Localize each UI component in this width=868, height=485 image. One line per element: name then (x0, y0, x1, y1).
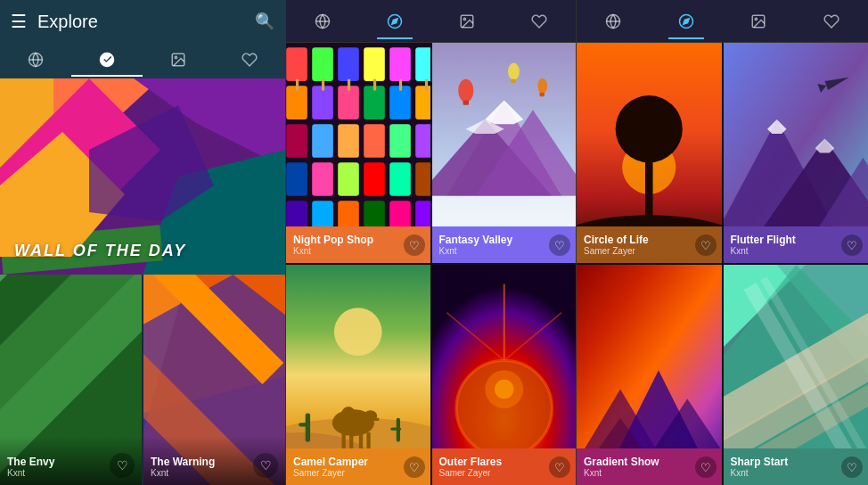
envy-heart-btn[interactable]: ♡ (110, 453, 135, 478)
svg-rect-102 (390, 428, 401, 431)
svg-point-88 (334, 308, 382, 356)
bottom-cards: The Envy Kxnt ♡ The Warning Kxnt (0, 275, 285, 485)
right-grid: Circle of Life Samer Zayer ♡ (577, 43, 868, 485)
svg-rect-99 (306, 413, 310, 441)
svg-rect-69 (322, 79, 324, 91)
app-container: ☰ Explore 🔍 (0, 0, 868, 485)
wall-of-day[interactable]: WALL OF THE DAY (0, 78, 285, 275)
svg-point-30 (463, 18, 465, 20)
grid-outer-flares[interactable]: Outer Flares Samer Zayer ♡ (432, 265, 577, 485)
svg-rect-49 (415, 124, 430, 158)
svg-point-85 (537, 78, 547, 94)
svg-rect-54 (389, 162, 411, 196)
svg-rect-38 (286, 86, 307, 119)
svg-rect-40 (338, 86, 359, 119)
svg-rect-42 (389, 86, 411, 119)
right-panel: Circle of Life Samer Zayer ♡ (577, 0, 868, 485)
middle-panel-header (286, 0, 576, 43)
svg-point-116 (756, 18, 757, 20)
svg-rect-50 (286, 162, 307, 196)
svg-rect-97 (359, 432, 363, 449)
right-nav-explore[interactable] (668, 4, 704, 39)
camel-camper-heart[interactable]: ♡ (404, 456, 425, 478)
svg-rect-84 (511, 79, 515, 83)
svg-point-81 (458, 79, 473, 103)
right-nav-heart[interactable] (814, 4, 849, 39)
menu-icon[interactable]: ☰ (11, 11, 27, 32)
nav-heart[interactable] (214, 43, 285, 77)
svg-rect-95 (341, 432, 345, 449)
svg-rect-55 (415, 162, 430, 196)
svg-rect-51 (312, 162, 333, 196)
svg-rect-35 (364, 47, 385, 81)
mid-nav-globe[interactable] (305, 4, 340, 39)
svg-rect-82 (463, 100, 468, 104)
svg-rect-70 (348, 79, 350, 91)
card-the-warning[interactable]: The Warning Kxnt ♡ (143, 275, 285, 485)
nav-globe[interactable] (0, 43, 71, 77)
svg-rect-36 (389, 47, 411, 81)
card-the-envy[interactable]: The Envy Kxnt ♡ (0, 275, 142, 485)
svg-rect-48 (389, 124, 411, 158)
svg-rect-39 (312, 86, 333, 119)
gradient-show-heart[interactable]: ♡ (695, 456, 717, 478)
right-panel-header (577, 0, 868, 43)
svg-rect-72 (399, 79, 402, 91)
svg-rect-46 (338, 124, 359, 158)
grid-gradient-show[interactable]: Gradient Show Kxnt ♡ (577, 265, 722, 485)
fantasy-valley-heart[interactable]: ♡ (549, 234, 570, 256)
mid-nav-image[interactable] (449, 4, 485, 39)
left-header: ☰ Explore 🔍 (0, 0, 285, 43)
warning-heart-btn[interactable]: ♡ (253, 453, 278, 478)
svg-rect-33 (312, 47, 333, 81)
svg-point-110 (495, 380, 513, 399)
svg-marker-28 (392, 18, 397, 23)
svg-rect-98 (366, 432, 370, 449)
middle-grid: Night Pop Shop Kxnt ♡ (286, 43, 576, 485)
nav-image[interactable] (143, 43, 214, 77)
night-pop-heart[interactable]: ♡ (404, 234, 425, 256)
search-icon[interactable]: 🔍 (255, 12, 274, 31)
svg-point-121 (616, 95, 683, 162)
svg-point-92 (340, 407, 356, 425)
svg-rect-32 (286, 47, 307, 81)
svg-rect-41 (364, 86, 385, 119)
svg-rect-96 (349, 432, 353, 449)
outer-flares-heart[interactable]: ♡ (549, 456, 570, 478)
svg-point-83 (508, 63, 520, 80)
svg-rect-45 (312, 124, 333, 158)
svg-rect-68 (296, 79, 299, 91)
middle-panel: Night Pop Shop Kxnt ♡ (285, 0, 577, 485)
mid-nav-explore[interactable] (377, 4, 413, 39)
wall-of-day-label: WALL OF THE DAY (14, 242, 186, 260)
grid-camel-camper[interactable]: Camel Camper Samer Zayer ♡ (286, 265, 430, 485)
svg-rect-53 (364, 162, 385, 196)
svg-rect-52 (338, 162, 359, 196)
svg-rect-34 (338, 47, 359, 81)
svg-rect-44 (286, 124, 307, 158)
grid-night-pop-shop[interactable]: Night Pop Shop Kxnt ♡ (286, 43, 430, 263)
flutter-flight-heart[interactable]: ♡ (841, 234, 863, 256)
svg-rect-47 (364, 124, 385, 158)
mid-nav-heart[interactable] (521, 4, 557, 39)
right-nav-globe[interactable] (595, 4, 631, 39)
svg-rect-37 (415, 47, 430, 81)
circle-of-life-heart[interactable]: ♡ (695, 234, 717, 256)
svg-rect-43 (415, 86, 430, 119)
svg-rect-86 (539, 93, 544, 96)
svg-marker-114 (683, 18, 688, 23)
grid-sharp-start[interactable]: Sharp Start Kxnt ♡ (724, 265, 869, 485)
page-title: Explore (37, 12, 255, 32)
left-nav (0, 43, 285, 78)
grid-fantasy-valley[interactable]: Fantasy Valley Kxnt ♡ (432, 43, 577, 263)
left-panel: ☰ Explore 🔍 (0, 0, 285, 485)
grid-circle-of-life[interactable]: Circle of Life Samer Zayer ♡ (577, 43, 722, 263)
svg-rect-71 (373, 79, 376, 91)
svg-rect-94 (374, 418, 379, 421)
grid-flutter-flight[interactable]: Flutter Flight Kxnt ♡ (724, 43, 869, 263)
right-nav-image[interactable] (741, 4, 776, 39)
svg-rect-100 (299, 423, 310, 426)
nav-explore[interactable] (71, 43, 143, 77)
svg-point-4 (175, 56, 176, 58)
sharp-start-heart[interactable]: ♡ (841, 456, 863, 478)
